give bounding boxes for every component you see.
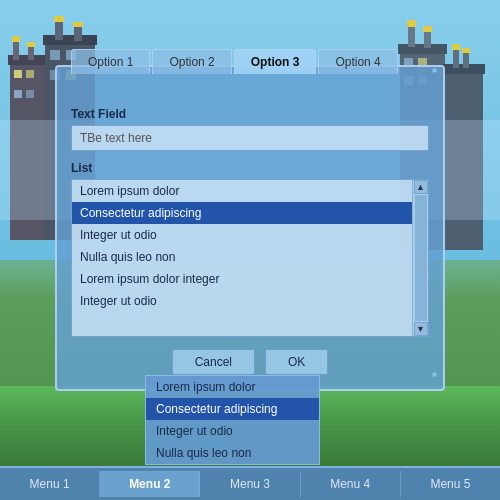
svg-rect-23 — [408, 25, 415, 47]
scroll-down[interactable]: ▼ — [414, 322, 428, 336]
svg-rect-6 — [26, 90, 34, 98]
svg-rect-8 — [28, 45, 34, 60]
svg-rect-33 — [453, 48, 459, 68]
dropdown-item[interactable]: Nulla quis leo non — [146, 442, 319, 464]
list-item[interactable]: Consectetur adipiscing — [72, 202, 412, 224]
svg-rect-26 — [423, 26, 432, 32]
svg-rect-35 — [452, 44, 460, 50]
menu-item-3[interactable]: Menu 3 — [200, 471, 300, 497]
tab-option2[interactable]: Option 2 — [152, 49, 231, 74]
tab-bar: Option 1 Option 2 Option 3 Option 4 — [71, 49, 429, 74]
svg-rect-25 — [407, 20, 416, 27]
list-container: ▲ ▼ Lorem ipsum dolor Consectetur adipis… — [71, 179, 429, 337]
menu-item-2[interactable]: Menu 2 — [100, 471, 200, 497]
menu-bar: Menu 1 Menu 2 Menu 3 Menu 4 Menu 5 — [0, 466, 500, 500]
dropdown-menu: Lorem ipsum dolor Consectetur adipiscing… — [145, 375, 320, 465]
menu-item-4[interactable]: Menu 4 — [301, 471, 401, 497]
menu-item-1[interactable]: Menu 1 — [0, 471, 100, 497]
list-item[interactable]: Integer ut odio — [72, 224, 412, 246]
svg-rect-10 — [27, 42, 35, 47]
scrollbar[interactable]: ▲ ▼ — [412, 180, 428, 336]
textfield-label: Text Field — [71, 107, 429, 121]
dropdown-item[interactable]: Consectetur adipiscing — [146, 398, 319, 420]
tab-option1[interactable]: Option 1 — [71, 49, 150, 74]
list-items: Lorem ipsum dolor Consectetur adipiscing… — [72, 180, 412, 312]
list-item[interactable]: Integer ut odio — [72, 290, 412, 312]
svg-rect-5 — [14, 90, 22, 98]
scroll-up[interactable]: ▲ — [414, 180, 428, 194]
svg-rect-36 — [462, 48, 470, 53]
svg-rect-12 — [43, 35, 97, 45]
svg-rect-14 — [74, 25, 82, 41]
dialog: Option 1 Option 2 Option 3 Option 4 Text… — [55, 65, 445, 391]
list-item[interactable]: Nulla quis leo non — [72, 246, 412, 268]
dropdown-item[interactable]: Lorem ipsum dolor — [146, 376, 319, 398]
scroll-thumb[interactable] — [415, 195, 427, 321]
svg-rect-9 — [12, 36, 20, 42]
svg-rect-16 — [73, 22, 83, 27]
svg-rect-13 — [55, 20, 63, 40]
tab-option3[interactable]: Option 3 — [234, 49, 317, 74]
svg-rect-3 — [14, 70, 22, 78]
tab-option4[interactable]: Option 4 — [318, 49, 397, 74]
list-item[interactable]: Lorem ipsum dolor integer — [72, 268, 412, 290]
dialog-dot-tr — [432, 68, 437, 73]
svg-rect-17 — [50, 50, 60, 60]
menu-item-5[interactable]: Menu 5 — [401, 471, 500, 497]
ok-button[interactable]: OK — [265, 349, 328, 375]
dialog-dot-br — [432, 372, 437, 377]
cancel-button[interactable]: Cancel — [172, 349, 255, 375]
svg-rect-4 — [26, 70, 34, 78]
text-input[interactable] — [71, 125, 429, 151]
dialog-buttons: Cancel OK — [71, 349, 429, 375]
list-label: List — [71, 161, 429, 175]
dropdown-item[interactable]: Integer ut odio — [146, 420, 319, 442]
svg-rect-24 — [424, 30, 431, 48]
svg-rect-7 — [13, 40, 19, 60]
svg-rect-34 — [463, 52, 469, 68]
svg-rect-15 — [54, 16, 64, 22]
list-item[interactable]: Lorem ipsum dolor — [72, 180, 412, 202]
